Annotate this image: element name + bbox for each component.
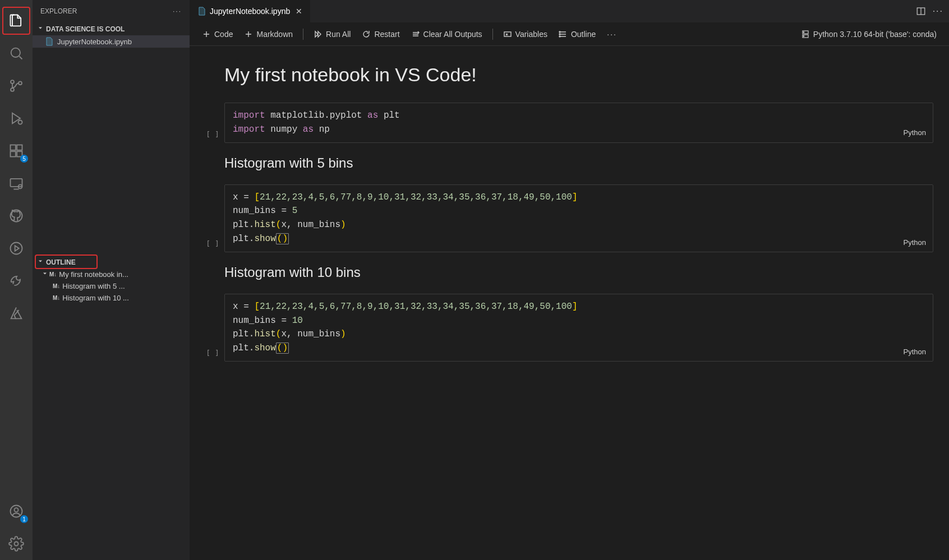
- svg-point-15: [15, 542, 19, 546]
- kernel-label: Python 3.7.10 64-bit ('base': conda): [813, 30, 937, 39]
- markdown-h2-b[interactable]: Histogram with 10 bins: [224, 265, 933, 280]
- cell-execution-count: [ ]: [201, 294, 224, 362]
- svg-rect-5: [11, 145, 16, 150]
- activity-github[interactable]: [0, 200, 33, 232]
- code-cell-3[interactable]: [ ] x = [21,22,23,4,5,6,77,8,9,10,31,32,…: [201, 294, 933, 362]
- folder-name: DATA SCIENCE IS COOL: [46, 25, 125, 33]
- kernel-button[interactable]: Python 3.7.10 64-bit ('base': conda): [796, 27, 941, 41]
- notebook-file-icon: [197, 7, 206, 16]
- code-cell-2[interactable]: [ ] x = [21,22,23,4,5,6,77,8,9,10,31,32,…: [201, 184, 933, 252]
- outline-item-h2a[interactable]: M↓ Histogram with 5 ...: [33, 280, 190, 292]
- activity-azure[interactable]: [0, 297, 33, 330]
- cell-language[interactable]: Python: [904, 237, 926, 248]
- outline-button[interactable]: Outline: [554, 27, 600, 41]
- folder-header[interactable]: DATA SCIENCE IS COOL: [33, 22, 190, 35]
- svg-point-4: [19, 121, 22, 124]
- variables-icon: [503, 30, 512, 39]
- activity-remote[interactable]: [0, 167, 33, 200]
- search-icon: [8, 45, 24, 61]
- more-icon[interactable]: ···: [607, 30, 617, 39]
- activity-misc1[interactable]: [0, 232, 33, 265]
- outline-title: OUTLINE: [46, 258, 76, 266]
- variables-label: Variables: [515, 30, 547, 39]
- svg-point-20: [559, 36, 560, 37]
- cell-editor[interactable]: x = [21,22,23,4,5,6,77,8,9,10,31,32,33,3…: [224, 294, 933, 362]
- plus-icon: [244, 30, 253, 39]
- sidebar-title-label: EXPLORER: [40, 7, 77, 15]
- code-cell-1[interactable]: [ ] import matplotlib.pyplot as plt impo…: [201, 103, 933, 143]
- svg-point-18: [559, 31, 560, 33]
- activity-accounts[interactable]: 1: [0, 495, 33, 527]
- activity-run-debug[interactable]: [0, 102, 33, 135]
- sidebar-title: EXPLORER ···: [33, 0, 190, 22]
- clear-label: Clear All Outputs: [423, 30, 482, 39]
- azure-icon: [8, 306, 24, 321]
- svg-point-2: [11, 88, 14, 91]
- variables-button[interactable]: Variables: [499, 27, 552, 41]
- markdown-h2-a[interactable]: Histogram with 5 bins: [224, 155, 933, 171]
- tab-actions: ···: [910, 0, 949, 22]
- activity-extensions[interactable]: 5: [0, 135, 33, 167]
- activity-explorer[interactable]: [0, 4, 33, 37]
- outline-body: M↓ My first notebook in... M↓ Histogram …: [33, 269, 190, 560]
- share-icon: [8, 273, 24, 289]
- chevron-down-icon: [37, 258, 44, 266]
- explorer-sidebar: EXPLORER ··· DATA SCIENCE IS COOL Jupyte…: [33, 0, 190, 560]
- more-icon[interactable]: ···: [933, 6, 943, 16]
- cell-language[interactable]: Python: [904, 346, 926, 358]
- remote-icon: [8, 175, 24, 191]
- activity-misc2[interactable]: [0, 265, 33, 297]
- outline-item-h2b[interactable]: M↓ Histogram with 10 ...: [33, 292, 190, 304]
- svg-point-3: [19, 81, 22, 85]
- notebook-toolbar: Code Markdown Run All Restart Clear All …: [190, 22, 949, 46]
- svg-point-1: [11, 80, 14, 84]
- cell-execution-count: [ ]: [201, 103, 224, 143]
- outline-label: Outline: [571, 30, 596, 39]
- cell-editor[interactable]: x = [21,22,23,4,5,6,77,8,9,10,31,32,33,3…: [224, 184, 933, 252]
- outline-item-h1[interactable]: M↓ My first notebook in...: [33, 269, 190, 280]
- restart-button[interactable]: Restart: [357, 27, 404, 41]
- run-all-icon: [314, 30, 323, 39]
- activity-source-control[interactable]: [0, 70, 33, 102]
- chevron-down-icon: [37, 25, 44, 33]
- circle-play-icon: [8, 240, 24, 256]
- activity-settings[interactable]: [0, 527, 33, 560]
- tab-notebook[interactable]: JupyterNotebook.ipynb ✕: [190, 0, 311, 22]
- file-item-notebook[interactable]: JupyterNotebook.ipynb: [33, 35, 190, 48]
- svg-rect-7: [11, 151, 16, 156]
- svg-rect-6: [17, 145, 22, 150]
- files-icon: [8, 13, 24, 29]
- sidebar-more-icon[interactable]: ···: [173, 7, 182, 15]
- outline-header[interactable]: OUTLINE: [33, 256, 190, 269]
- svg-point-12: [11, 243, 22, 254]
- plus-icon: [202, 30, 211, 39]
- outline-label: My first notebook in...: [59, 270, 128, 279]
- add-code-label: Code: [214, 30, 233, 39]
- cell-execution-count: [ ]: [201, 184, 224, 252]
- svg-point-24: [803, 35, 804, 36]
- split-editor-icon[interactable]: [916, 6, 926, 16]
- play-bug-icon: [8, 110, 24, 126]
- branch-icon: [8, 78, 24, 94]
- cell-editor[interactable]: import matplotlib.pyplot as plt import n…: [224, 103, 933, 143]
- close-icon[interactable]: ✕: [296, 7, 302, 16]
- markdown-icon: M↓: [49, 271, 57, 277]
- svg-point-14: [15, 508, 19, 512]
- add-markdown-label: Markdown: [256, 30, 293, 39]
- restart-icon: [362, 30, 371, 39]
- add-markdown-button[interactable]: Markdown: [239, 27, 297, 41]
- run-all-button[interactable]: Run All: [309, 27, 355, 41]
- extensions-badge: 5: [20, 155, 28, 163]
- markdown-h1[interactable]: My first notebook in VS Code!: [224, 64, 933, 86]
- editor-area: JupyterNotebook.ipynb ✕ ··· Code Markdow…: [190, 0, 949, 560]
- add-code-button[interactable]: Code: [197, 27, 237, 41]
- clear-outputs-button[interactable]: Clear All Outputs: [407, 27, 487, 41]
- notebook-body[interactable]: My first notebook in VS Code! [ ] import…: [190, 46, 949, 560]
- notebook-file-icon: [45, 37, 54, 46]
- github-icon: [8, 208, 24, 224]
- clear-icon: [411, 30, 420, 39]
- svg-point-19: [559, 34, 560, 35]
- chevron-down-icon: [42, 270, 48, 279]
- cell-language[interactable]: Python: [904, 127, 926, 138]
- activity-search[interactable]: [0, 37, 33, 70]
